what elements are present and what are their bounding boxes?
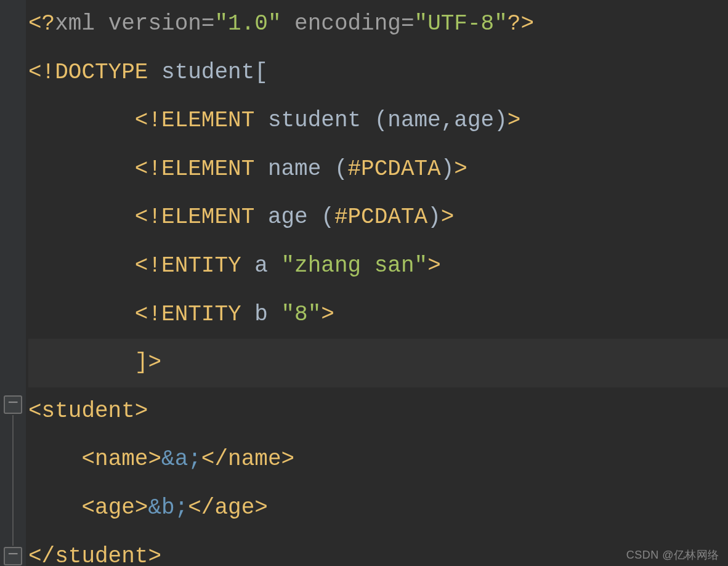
fold-toggle-icon[interactable]: − bbox=[4, 395, 22, 414]
code-area[interactable]: <?xml version="1.0" encoding="UTF-8"?> <… bbox=[26, 0, 728, 566]
element-body: name ( bbox=[268, 156, 348, 182]
attr: encoding bbox=[281, 11, 401, 36]
bracket: [ bbox=[254, 60, 268, 85]
code-line-current[interactable]: ]> bbox=[28, 339, 728, 387]
paren: ) bbox=[427, 204, 441, 230]
pcdata: #PCDATA bbox=[348, 156, 441, 182]
close: > bbox=[321, 302, 334, 327]
code-line[interactable]: </student> bbox=[28, 533, 728, 566]
entity-name: a bbox=[254, 253, 281, 278]
entity-decl: <!ENTITY bbox=[135, 253, 254, 278]
code-line[interactable]: <?xml version="1.0" encoding="UTF-8"?> bbox=[28, 0, 728, 49]
xml-decl-close: ?> bbox=[508, 11, 534, 36]
close: > bbox=[454, 156, 467, 182]
indent bbox=[28, 253, 135, 278]
eq: = bbox=[201, 11, 215, 36]
eq: = bbox=[401, 11, 415, 36]
open-tag: <age> bbox=[81, 495, 148, 520]
entity-decl: <!ENTITY bbox=[135, 302, 254, 327]
close: > bbox=[427, 253, 441, 278]
close: > bbox=[441, 204, 455, 230]
code-line[interactable]: <!ELEMENT name (#PCDATA)> bbox=[28, 145, 728, 194]
entity-ref: &a; bbox=[161, 447, 201, 472]
code-line[interactable]: <!DOCTYPE student[ bbox=[28, 49, 728, 97]
element-body: student (name,age) bbox=[268, 108, 508, 133]
fold-toggle-icon[interactable]: − bbox=[4, 547, 22, 565]
code-line[interactable]: <student> bbox=[28, 387, 728, 436]
code-line[interactable]: <!ELEMENT age (#PCDATA)> bbox=[28, 193, 728, 242]
code-line[interactable]: <age>&b;</age> bbox=[28, 484, 728, 533]
doctype-open: <!DOCTYPE bbox=[28, 60, 161, 85]
attr: xml version bbox=[55, 11, 201, 36]
doctype-name: student bbox=[161, 60, 254, 85]
close-tag: </student> bbox=[28, 544, 161, 566]
element-decl: <!ELEMENT bbox=[135, 108, 268, 133]
entity-name: b bbox=[254, 302, 281, 327]
pcdata: #PCDATA bbox=[334, 204, 427, 230]
indent bbox=[28, 156, 135, 182]
fold-guide-line bbox=[12, 415, 14, 546]
indent bbox=[28, 204, 135, 230]
element-decl: <!ELEMENT bbox=[135, 156, 268, 182]
indent bbox=[28, 447, 81, 472]
entity-value: "zhang san" bbox=[281, 253, 427, 278]
close-tag: </name> bbox=[201, 447, 294, 472]
open-tag: <name> bbox=[81, 447, 161, 472]
close: > bbox=[508, 108, 521, 133]
watermark-text: CSDN @亿林网络 bbox=[626, 548, 719, 562]
code-line[interactable]: <!ENTITY b "8"> bbox=[28, 291, 728, 339]
dtd-close: ]> bbox=[135, 350, 161, 375]
element-decl: <!ELEMENT bbox=[135, 204, 268, 230]
indent bbox=[28, 302, 135, 327]
close-tag: </age> bbox=[188, 495, 268, 520]
indent bbox=[28, 350, 135, 375]
code-line[interactable]: <!ELEMENT student (name,age)> bbox=[28, 97, 728, 145]
open-tag: <student> bbox=[28, 398, 148, 424]
indent bbox=[28, 495, 81, 520]
attr-value: "1.0" bbox=[214, 11, 281, 36]
indent bbox=[28, 108, 135, 133]
entity-value: "8" bbox=[281, 302, 321, 327]
paren: ) bbox=[441, 156, 455, 182]
xml-decl-open: <? bbox=[28, 11, 55, 36]
element-body: age ( bbox=[268, 204, 334, 230]
code-editor[interactable]: − − <?xml version="1.0" encoding="UTF-8"… bbox=[0, 0, 728, 566]
gutter: − − bbox=[0, 0, 26, 566]
code-line[interactable]: <name>&a;</name> bbox=[28, 435, 728, 484]
code-line[interactable]: <!ENTITY a "zhang san"> bbox=[28, 242, 728, 291]
attr-value: "UTF-8" bbox=[415, 11, 508, 36]
entity-ref: &b; bbox=[148, 495, 188, 520]
